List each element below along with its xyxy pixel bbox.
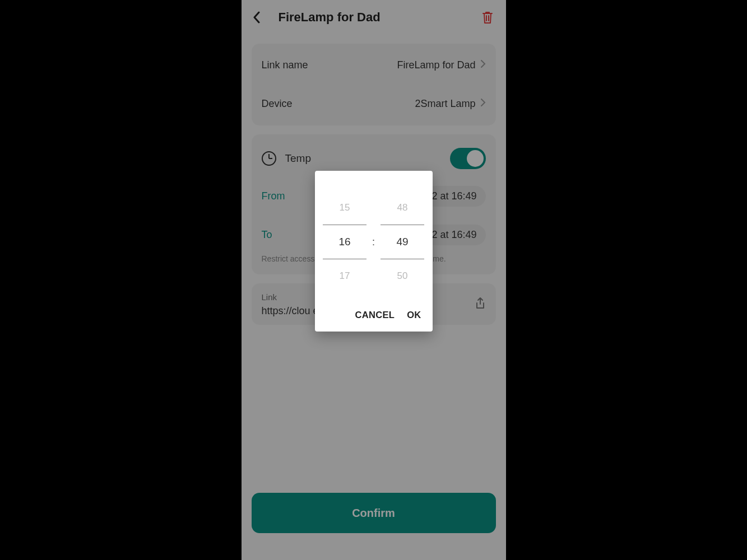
ok-button[interactable]: OK [407,310,421,320]
colon: : [372,236,375,248]
hour-next[interactable]: 17 [323,259,366,293]
picker-prev-row: 15 : 48 [315,191,433,225]
picker-next-row: 17 : 50 [315,259,433,293]
hour-selected[interactable]: 16 [323,225,366,259]
hour-prev[interactable]: 15 [323,191,366,225]
minute-next[interactable]: 50 [381,259,424,293]
minute-selected[interactable]: 49 [381,225,424,259]
app-screen: FireLamp for Dad Link name FireLamp for … [242,0,506,560]
picker-current-row: 16 : 49 [315,225,433,259]
time-picker-dialog: 15 : 48 16 : 49 17 : 50 CANCEL OK [315,171,433,332]
cancel-button[interactable]: CANCEL [355,310,395,320]
minute-prev[interactable]: 48 [381,191,424,225]
dialog-actions: CANCEL OK [315,293,433,332]
